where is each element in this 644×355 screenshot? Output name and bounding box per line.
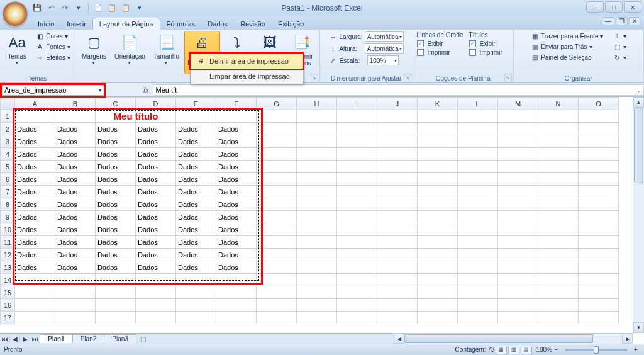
cell-C9[interactable]: Dados bbox=[96, 211, 136, 223]
cell-M4[interactable] bbox=[498, 148, 538, 161]
zoom-in-button[interactable]: + bbox=[631, 346, 640, 353]
cell-C6[interactable]: Dados bbox=[96, 173, 136, 186]
cell-K6[interactable] bbox=[418, 173, 458, 186]
cell-F4[interactable]: Dados bbox=[216, 148, 257, 161]
cell-E10[interactable]: Dados bbox=[176, 223, 216, 236]
cell-H15[interactable] bbox=[297, 286, 337, 299]
orientacao-button[interactable]: 📄Orientação▾ bbox=[111, 31, 148, 67]
cell-H7[interactable] bbox=[297, 186, 337, 198]
cell-N2[interactable] bbox=[538, 123, 579, 135]
cell-I17[interactable] bbox=[337, 312, 377, 324]
tamanho-button[interactable]: 📃Tamanho▾ bbox=[150, 31, 182, 67]
cell-C4[interactable]: Dados bbox=[96, 148, 136, 161]
cell-G8[interactable] bbox=[257, 198, 297, 211]
cell-A3[interactable]: Dados bbox=[15, 135, 55, 148]
row-header-6[interactable]: 6 bbox=[1, 173, 15, 186]
cell-H2[interactable] bbox=[297, 123, 337, 135]
cell-G16[interactable] bbox=[257, 299, 297, 312]
cell-I8[interactable] bbox=[337, 198, 377, 211]
headings-print-checkbox[interactable]: Imprimir bbox=[467, 48, 511, 57]
cell-F13[interactable]: Dados bbox=[216, 261, 257, 274]
cell-I7[interactable] bbox=[337, 186, 377, 198]
cell-K8[interactable] bbox=[418, 198, 458, 211]
cell-K11[interactable] bbox=[418, 236, 458, 249]
cell-K7[interactable] bbox=[418, 186, 458, 198]
headings-view-checkbox[interactable]: ✓Exibir bbox=[467, 40, 511, 48]
cell-I15[interactable] bbox=[337, 286, 377, 299]
cell-A17[interactable] bbox=[15, 312, 55, 324]
col-header-G[interactable]: G bbox=[257, 98, 297, 110]
wb-restore-button[interactable]: ❐ bbox=[616, 17, 628, 25]
sheet-tab-plan3[interactable]: Plan3 bbox=[104, 334, 136, 343]
cell-K17[interactable] bbox=[418, 312, 458, 324]
cell-J11[interactable] bbox=[377, 236, 418, 249]
row-header-8[interactable]: 8 bbox=[1, 198, 15, 211]
cell-E11[interactable]: Dados bbox=[176, 236, 216, 249]
cell-J9[interactable] bbox=[377, 211, 418, 223]
cell-M10[interactable] bbox=[498, 223, 538, 236]
cell-B7[interactable]: Dados bbox=[55, 186, 96, 198]
cell-E9[interactable]: Dados bbox=[176, 211, 216, 223]
cell-J14[interactable] bbox=[377, 274, 418, 286]
cell-L6[interactable] bbox=[458, 173, 498, 186]
cell-F9[interactable]: Dados bbox=[216, 211, 257, 223]
scroll-right-button[interactable]: ▶ bbox=[622, 334, 633, 344]
cell-C7[interactable]: Dados bbox=[96, 186, 136, 198]
cell-A6[interactable]: Dados bbox=[15, 173, 55, 186]
col-header-D[interactable]: D bbox=[136, 98, 176, 110]
cell-H13[interactable] bbox=[297, 261, 337, 274]
cell-O8[interactable] bbox=[579, 198, 619, 211]
cell-F11[interactable]: Dados bbox=[216, 236, 257, 249]
cell-M13[interactable] bbox=[498, 261, 538, 274]
cell-B4[interactable]: Dados bbox=[55, 148, 96, 161]
col-header-H[interactable]: H bbox=[297, 98, 337, 110]
cell-G3[interactable] bbox=[257, 135, 297, 148]
cell-A10[interactable]: Dados bbox=[15, 223, 55, 236]
cell-B12[interactable]: Dados bbox=[55, 249, 96, 261]
cell-J10[interactable] bbox=[377, 223, 418, 236]
zoom-level[interactable]: 100% bbox=[536, 346, 552, 353]
minimize-button[interactable]: — bbox=[586, 1, 604, 13]
cell-L14[interactable] bbox=[458, 274, 498, 286]
scroll-up-button[interactable]: ▲ bbox=[633, 97, 644, 108]
cell-G2[interactable] bbox=[257, 123, 297, 135]
cell-N3[interactable] bbox=[538, 135, 579, 148]
cell-K2[interactable] bbox=[418, 123, 458, 135]
row-header-2[interactable]: 2 bbox=[1, 123, 15, 135]
cell-K15[interactable] bbox=[418, 286, 458, 299]
cell-K14[interactable] bbox=[418, 274, 458, 286]
cell-G11[interactable] bbox=[257, 236, 297, 249]
cell-I6[interactable] bbox=[337, 173, 377, 186]
escala-spinner[interactable]: 100% bbox=[367, 55, 399, 65]
cell-M14[interactable] bbox=[498, 274, 538, 286]
hscroll-thumb[interactable] bbox=[404, 334, 593, 343]
cell-I12[interactable] bbox=[337, 249, 377, 261]
cell-M12[interactable] bbox=[498, 249, 538, 261]
cell-M3[interactable] bbox=[498, 135, 538, 148]
cell-A8[interactable]: Dados bbox=[15, 198, 55, 211]
cell-M7[interactable] bbox=[498, 186, 538, 198]
cell-C14[interactable] bbox=[96, 274, 136, 286]
row-header-5[interactable]: 5 bbox=[1, 161, 15, 173]
sheet-tab-plan1[interactable]: Plan1 bbox=[40, 334, 73, 343]
cell-J8[interactable] bbox=[377, 198, 418, 211]
vscroll-track[interactable] bbox=[633, 108, 644, 322]
cell-L9[interactable] bbox=[458, 211, 498, 223]
cell-F12[interactable]: Dados bbox=[216, 249, 257, 261]
row-header-11[interactable]: 11 bbox=[1, 236, 15, 249]
cell-N15[interactable] bbox=[538, 286, 579, 299]
cell-G15[interactable] bbox=[257, 286, 297, 299]
sheet-nav-last[interactable]: ⏭ bbox=[30, 335, 40, 342]
cell-N12[interactable] bbox=[538, 249, 579, 261]
cell-G5[interactable] bbox=[257, 161, 297, 173]
cell-J12[interactable] bbox=[377, 249, 418, 261]
row-header-3[interactable]: 3 bbox=[1, 135, 15, 148]
cell-F6[interactable]: Dados bbox=[216, 173, 257, 186]
tab-revisao[interactable]: Revisão bbox=[234, 18, 272, 30]
cell-D3[interactable]: Dados bbox=[136, 135, 176, 148]
cell-B11[interactable]: Dados bbox=[55, 236, 96, 249]
cell-H6[interactable] bbox=[297, 173, 337, 186]
cell-E6[interactable]: Dados bbox=[176, 173, 216, 186]
view-normal-button[interactable]: ▦ bbox=[496, 346, 507, 354]
cell-O10[interactable] bbox=[579, 223, 619, 236]
